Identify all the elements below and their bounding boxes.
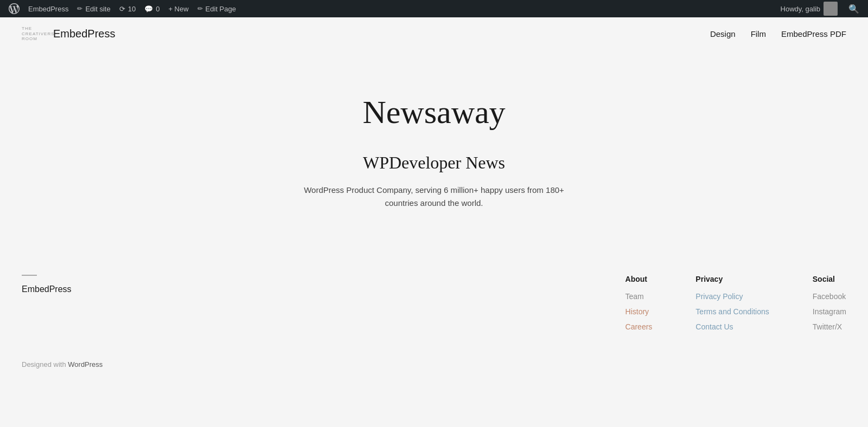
footer-link-facebook[interactable]: Facebook bbox=[813, 292, 846, 301]
pencil-icon: ✏ bbox=[197, 5, 203, 12]
logo-area: THE CREATIVERS ROOM EmbedPress bbox=[22, 26, 116, 42]
footer-divider bbox=[22, 275, 37, 276]
main-content: Newsaway WPDeveloper News WordPress Prod… bbox=[0, 50, 868, 242]
site-nav: Design Film EmbedPress PDF bbox=[710, 29, 846, 38]
updates-icon: ⟳ bbox=[119, 5, 125, 13]
edit-site-label: Edit site bbox=[85, 5, 110, 13]
footer-link-history[interactable]: History bbox=[626, 307, 653, 316]
wordpress-link[interactable]: WordPress bbox=[68, 360, 103, 368]
footer-about-title: About bbox=[626, 275, 653, 283]
howdy-text: Howdy, galib bbox=[781, 5, 820, 13]
designed-with-text: Designed with bbox=[22, 360, 68, 368]
footer-link-contact[interactable]: Contact Us bbox=[695, 322, 769, 331]
site-footer: EmbedPress About Team History Careers Pr… bbox=[0, 253, 868, 385]
footer-link-privacy-policy[interactable]: Privacy Policy bbox=[695, 292, 769, 301]
nav-design[interactable]: Design bbox=[710, 29, 736, 38]
edit-page-button[interactable]: ✏ Edit Page bbox=[193, 0, 240, 17]
footer-about-col: About Team History Careers bbox=[626, 275, 653, 331]
new-button[interactable]: + New bbox=[164, 0, 193, 17]
site-name-button[interactable]: EmbedPress bbox=[24, 0, 73, 17]
site-header: THE CREATIVERS ROOM EmbedPress Design Fi… bbox=[0, 17, 868, 50]
wp-logo-button[interactable] bbox=[4, 0, 24, 17]
footer-link-careers[interactable]: Careers bbox=[626, 322, 653, 331]
footer-brand-name: EmbedPress bbox=[22, 284, 72, 294]
comments-icon: 💬 bbox=[144, 5, 153, 13]
comments-button[interactable]: 💬 0 bbox=[140, 0, 164, 17]
footer-social-links: Facebook Instagram Twitter/X bbox=[813, 292, 846, 331]
new-label: + New bbox=[168, 5, 188, 13]
logo-small-text: THE CREATIVERS ROOM bbox=[22, 26, 49, 42]
nav-embedpress-pdf[interactable]: EmbedPress PDF bbox=[781, 29, 846, 38]
updates-button[interactable]: ⟳ 10 bbox=[115, 0, 140, 17]
admin-bar-right: Howdy, galib 🔍 bbox=[776, 2, 864, 16]
comments-count: 0 bbox=[156, 5, 159, 13]
hero-description: WordPress Product Company, serving 6 mil… bbox=[298, 184, 570, 210]
footer-top: EmbedPress About Team History Careers Pr… bbox=[22, 275, 846, 347]
edit-page-label: Edit Page bbox=[206, 5, 236, 13]
howdy-section[interactable]: Howdy, galib bbox=[776, 2, 842, 16]
user-avatar bbox=[824, 2, 838, 16]
footer-columns: About Team History Careers Privacy Priva… bbox=[626, 275, 846, 331]
edit-icon: ✏ bbox=[77, 5, 82, 12]
footer-brand: EmbedPress bbox=[22, 275, 72, 294]
footer-bottom: Designed with WordPress bbox=[22, 347, 846, 368]
site-wrapper: THE CREATIVERS ROOM EmbedPress Design Fi… bbox=[0, 17, 868, 427]
search-icon[interactable]: 🔍 bbox=[844, 4, 864, 14]
footer-link-twitter[interactable]: Twitter/X bbox=[813, 322, 846, 331]
footer-privacy-title: Privacy bbox=[695, 275, 769, 283]
footer-link-instagram[interactable]: Instagram bbox=[813, 307, 846, 316]
footer-social-title: Social bbox=[813, 275, 846, 283]
nav-film[interactable]: Film bbox=[751, 29, 766, 38]
site-title: EmbedPress bbox=[53, 28, 116, 40]
site-name-label: EmbedPress bbox=[28, 5, 68, 13]
footer-link-team[interactable]: Team bbox=[626, 292, 653, 301]
hero-subtitle: WPDeveloper News bbox=[363, 153, 505, 173]
hero-title: Newsaway bbox=[362, 94, 505, 131]
wordpress-icon bbox=[9, 3, 20, 14]
footer-link-terms[interactable]: Terms and Conditions bbox=[695, 307, 769, 316]
updates-count: 10 bbox=[128, 5, 136, 13]
footer-privacy-col: Privacy Privacy Policy Terms and Conditi… bbox=[695, 275, 769, 331]
footer-about-links: Team History Careers bbox=[626, 292, 653, 331]
edit-site-button[interactable]: ✏ Edit site bbox=[73, 0, 114, 17]
admin-bar: EmbedPress ✏ Edit site ⟳ 10 💬 0 + New ✏ … bbox=[0, 0, 868, 17]
footer-social-col: Social Facebook Instagram Twitter/X bbox=[813, 275, 846, 331]
footer-privacy-links: Privacy Policy Terms and Conditions Cont… bbox=[695, 292, 769, 331]
